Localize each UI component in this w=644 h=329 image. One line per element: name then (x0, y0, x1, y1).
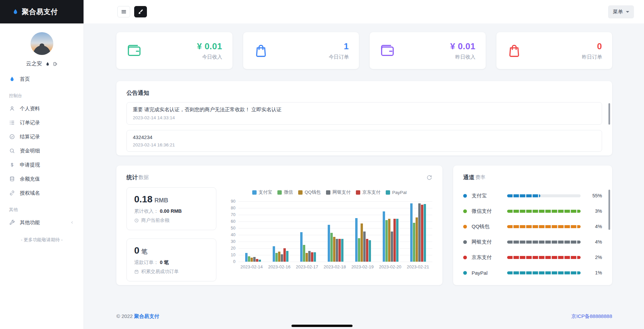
legend-item[interactable]: PayPal (386, 189, 407, 195)
bottom-row: 统计 数据 0.18RMB (116, 166, 612, 285)
orders-note: 积累交易成功订单 (141, 269, 179, 275)
chevron-down-icon (626, 11, 629, 13)
bar-group (322, 225, 348, 262)
bar (308, 251, 311, 262)
sidebar-item[interactable]: 个人资料 (0, 102, 84, 116)
bar (253, 257, 256, 262)
logout-icon[interactable] (53, 62, 58, 66)
announcement-item[interactable]: 重要 请完成实名认证，否则您的商户无法正常收款！ 立即实名认证2023-02-1… (126, 102, 602, 125)
y-tick-label: 20 (231, 246, 235, 251)
refresh-icon[interactable] (426, 175, 432, 181)
bar (278, 252, 280, 262)
wallet-icon (126, 43, 142, 58)
rate-progress-track (507, 210, 581, 213)
announcement-item[interactable]: 43242342023-02-14 16:36:21 (126, 130, 602, 152)
rate-progress-track (507, 256, 581, 259)
rates-title: 通道 (463, 174, 475, 181)
balance-value: 0.18 (134, 194, 153, 204)
footer-brand-link[interactable]: 聚合易支付 (134, 313, 159, 319)
sidebar-item-label: 个人资料 (20, 106, 40, 112)
balance-note: 商户当前余额 (141, 217, 169, 223)
bar-group (267, 246, 293, 262)
topbar: 菜单 (84, 0, 644, 23)
bar (410, 203, 413, 262)
menu-dropdown-label: 菜单 (613, 9, 623, 15)
sidebar-item-label: 余额充值 (20, 176, 40, 182)
stat-value: ¥ 0.01 (450, 41, 475, 52)
announcements-title: 公告通知 (126, 89, 149, 97)
refund-label: 退款订单： (134, 260, 159, 265)
orders-panel: 0笔 退款订单：0 笔 积累交易成功订单 (126, 239, 216, 281)
sidebar-item-label: 订单记录 (20, 120, 40, 126)
sidebar-item-home[interactable]: 首页 (0, 72, 84, 86)
sidebar-item-label: 其他功能 (20, 219, 40, 226)
icp-link[interactable]: 京ICP备88888888 (571, 313, 612, 320)
bar (393, 219, 396, 262)
legend-item[interactable]: 京东支付 (356, 189, 380, 195)
legend-item[interactable]: 网银支付 (326, 189, 351, 195)
legend-item[interactable]: QQ钱包 (298, 189, 321, 195)
stat-value: 0 (582, 41, 602, 52)
announcement-text: 4324234 (133, 134, 596, 140)
droplet-icon (9, 76, 15, 82)
sidebar-item-label: 资金明细 (20, 148, 40, 154)
sidebar-item[interactable]: 余额充值 (0, 172, 84, 186)
stat-card: 0昨日订单 (496, 32, 612, 69)
content: ¥ 0.01今日收入1今日订单¥ 0.01昨日收入0昨日订单 公告通知 重要 请… (84, 23, 644, 329)
y-tick-label: 0 (233, 259, 235, 264)
rate-progress-track (507, 271, 581, 274)
income-label: 累计收入： (134, 208, 159, 214)
stat-text: ¥ 0.01昨日收入 (450, 41, 475, 60)
scrollbar-thumb[interactable] (608, 103, 610, 125)
legend-swatch (356, 190, 360, 195)
sidebar-item-label: 结算记录 (20, 134, 40, 140)
sidebar-item[interactable]: 订单记录 (0, 116, 84, 130)
collapse-sidebar-button[interactable] (117, 6, 130, 17)
page-footer: © 2022 聚合易支付 京ICP备88888888 (116, 313, 612, 320)
legend-label: QQ钱包 (305, 189, 321, 195)
sidebar-item[interactable]: 结算记录 (0, 130, 84, 144)
legend-swatch (326, 190, 330, 195)
x-tick-label: 2023-02-19 (350, 264, 376, 269)
bar (330, 233, 333, 262)
balance-panel: 0.18RMB 累计收入：0.00 RMB 商户当前余额 (126, 187, 216, 230)
menu-dropdown[interactable]: 菜单 (608, 5, 634, 18)
announcement-text: 重要 请完成实名认证，否则您的商户无法正常收款！ 立即实名认证 (133, 107, 596, 113)
sidebar-item-label: 授权域名 (20, 190, 40, 196)
stat-label: 今日收入 (197, 54, 222, 60)
bar (388, 219, 390, 262)
sidebar-item[interactable]: 申请提现 (0, 158, 84, 172)
legend-item[interactable]: 支付宝 (252, 189, 272, 195)
rate-progress-track (507, 241, 581, 244)
bar (421, 205, 423, 262)
stat-text: 1今日订单 (329, 41, 349, 60)
stat-value: ¥ 0.01 (197, 41, 222, 52)
sidebar-item[interactable]: 其他功能 (0, 215, 84, 229)
rate-percent: 4% (585, 224, 602, 229)
rate-label: QQ钱包 (472, 223, 502, 230)
theme-droplet-icon[interactable] (45, 62, 50, 66)
sidebar-item[interactable]: 资金明细 (0, 144, 84, 158)
y-tick-label: 40 (231, 233, 235, 237)
chart-x-axis: 2023-02-142023-02-162023-02-172023-02-18… (238, 264, 431, 269)
bar (355, 218, 358, 262)
hamburger-icon (121, 9, 127, 15)
scrollbar-thumb[interactable] (608, 190, 610, 230)
bar-groups (240, 201, 431, 262)
rates-card: 通道 费率 支付宝55%微信支付3%QQ钱包4%网银支付4%京东支付2%PayP… (453, 166, 612, 285)
legend-swatch (252, 190, 257, 195)
rate-row: 支付宝55% (463, 188, 602, 203)
clock-icon (134, 218, 139, 223)
avatar[interactable] (31, 32, 53, 55)
sidebar-item[interactable]: 授权域名 (0, 186, 84, 200)
theme-button[interactable] (134, 6, 147, 17)
app-window: 聚合易支付 云之安 首页 控制台个人资料订单记录结算记录资金明细申请 (0, 0, 644, 329)
bar (259, 260, 261, 262)
legend-item[interactable]: 微信 (277, 189, 293, 195)
bar (273, 246, 275, 262)
refund-value: 0 笔 (160, 260, 169, 265)
bar-group (405, 203, 431, 262)
announcements-list: 重要 请完成实名认证，否则您的商户无法正常收款！ 立即实名认证2023-02-1… (116, 102, 612, 152)
statistics-title-light: 数据 (139, 174, 149, 181)
bar (333, 237, 335, 262)
